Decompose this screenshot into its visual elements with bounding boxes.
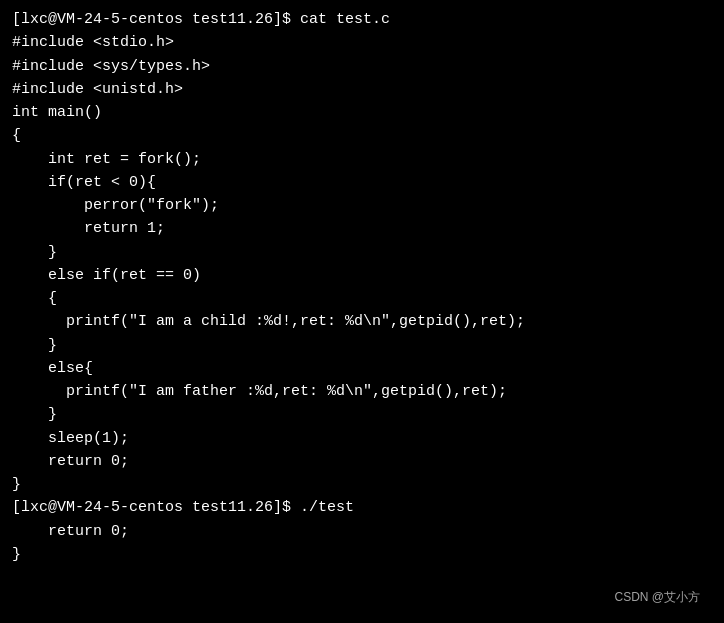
terminal-line: } bbox=[12, 473, 712, 496]
terminal-line: perror("fork"); bbox=[12, 194, 712, 217]
terminal-line: } bbox=[12, 543, 712, 566]
terminal-line: } bbox=[12, 403, 712, 426]
terminal-line: sleep(1); bbox=[12, 427, 712, 450]
terminal: [lxc@VM-24-5-centos test11.26]$ cat test… bbox=[12, 8, 712, 615]
terminal-line: return 1; bbox=[12, 217, 712, 240]
terminal-line: } bbox=[12, 241, 712, 264]
terminal-line: { bbox=[12, 287, 712, 310]
terminal-line: [lxc@VM-24-5-centos test11.26]$ ./test bbox=[12, 496, 712, 519]
terminal-line: else{ bbox=[12, 357, 712, 380]
terminal-line: return 0; bbox=[12, 450, 712, 473]
terminal-line: else if(ret == 0) bbox=[12, 264, 712, 287]
terminal-line: int main() bbox=[12, 101, 712, 124]
terminal-line: int ret = fork(); bbox=[12, 148, 712, 171]
terminal-line: return 0; bbox=[12, 520, 712, 543]
terminal-line: [lxc@VM-24-5-centos test11.26]$ cat test… bbox=[12, 8, 712, 31]
terminal-line: #include <unistd.h> bbox=[12, 78, 712, 101]
terminal-line: { bbox=[12, 124, 712, 147]
code-content: [lxc@VM-24-5-centos test11.26]$ cat test… bbox=[12, 8, 712, 566]
terminal-line: if(ret < 0){ bbox=[12, 171, 712, 194]
watermark-text: CSDN @艾小方 bbox=[614, 588, 700, 607]
terminal-line: printf("I am father :%d,ret: %d\n",getpi… bbox=[12, 380, 712, 403]
terminal-line: #include <sys/types.h> bbox=[12, 55, 712, 78]
terminal-line: printf("I am a child :%d!,ret: %d\n",get… bbox=[12, 310, 712, 333]
terminal-line: } bbox=[12, 334, 712, 357]
terminal-line: #include <stdio.h> bbox=[12, 31, 712, 54]
